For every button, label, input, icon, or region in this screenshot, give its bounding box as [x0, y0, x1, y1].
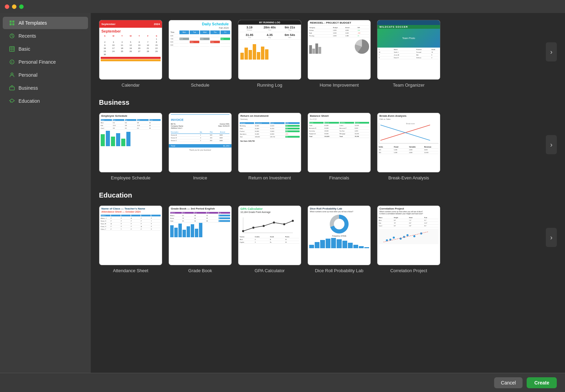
roi-thumbnail: Return on Investment Summary Category In… [238, 113, 301, 173]
grid-icon [9, 20, 15, 26]
svg-point-35 [403, 236, 405, 238]
sidebar-label-education: Education [18, 98, 40, 104]
employee-schedule-thumbnail: Employee Schedule Name Mon Tue Wed Hours [99, 113, 162, 173]
cancel-button[interactable]: Cancel [494, 377, 523, 388]
create-button[interactable]: Create [527, 377, 557, 388]
schedule-thumbnail: Daily Schedule Fall 2024 Time Mon Tue We… [168, 20, 232, 80]
svg-point-24 [263, 225, 265, 227]
sidebar-label-all-templates: All Templates [18, 20, 47, 26]
gpa-calculator-label: GPA Calculator [255, 268, 285, 273]
template-card-running-log[interactable]: MY RUNNING LOG 3.19Distance 28m 40sTime … [238, 20, 301, 88]
running-log-thumbnail: MY RUNNING LOG 3.19Distance 28m 40sTime … [238, 20, 301, 80]
education-section: Education Name of Class — Teacher's Name… [99, 191, 557, 273]
template-card-roi[interactable]: Return on Investment Summary Category In… [238, 113, 301, 180]
template-card-dice-probability[interactable]: Dice Roll Probability Lab Which numbers … [307, 205, 371, 273]
sidebar-item-all-templates[interactable]: All Templates [3, 17, 88, 29]
sidebar-item-personal[interactable]: Personal [3, 69, 88, 81]
template-card-break-even[interactable]: Break-Even Analysis Click vs. Sales Brea… [377, 113, 440, 180]
business-templates-wrapper: Employee Schedule Name Mon Tue Wed Hours [99, 113, 557, 180]
attendance-thumbnail: Name of Class — Teacher's Name Attendanc… [99, 205, 162, 265]
sidebar-label-personal: Personal [18, 72, 37, 78]
svg-point-30 [400, 238, 402, 240]
correlation-thumbnail: Correlation Project Which numbers come u… [377, 205, 440, 265]
education-section-title: Education [99, 191, 557, 199]
grade-book-label: Grade Book [188, 268, 212, 273]
maximize-button[interactable] [19, 4, 24, 9]
sidebar-label-business: Business [18, 85, 38, 91]
running-log-label: Running Log [257, 83, 282, 88]
svg-rect-7 [10, 47, 14, 51]
home-improvement-label: Home Improvement [319, 83, 359, 88]
svg-point-14 [11, 73, 13, 75]
break-even-label: Break-Even Analysis [388, 175, 429, 180]
template-card-schedule[interactable]: Daily Schedule Fall 2024 Time Mon Tue We… [168, 20, 232, 88]
personal-templates-row: September2024 September SMT WTF S 1 234 [99, 20, 557, 88]
template-card-correlation[interactable]: Correlation Project Which numbers come u… [377, 205, 440, 273]
break-even-thumbnail: Break-Even Analysis Click vs. Sales Brea… [377, 113, 440, 173]
graduation-icon [9, 98, 15, 104]
dice-probability-label: Dice Roll Probability Lab [315, 268, 364, 273]
sidebar-item-recents[interactable]: Recents [3, 30, 88, 42]
svg-point-25 [273, 222, 275, 224]
template-card-grade-book[interactable]: Grade Book — 3rd Period English Student … [168, 205, 232, 273]
correlation-label: Correlation Project [390, 268, 427, 273]
svg-text:$: $ [11, 61, 13, 64]
svg-rect-2 [10, 23, 12, 25]
svg-text:Break-even: Break-even [406, 123, 415, 125]
titlebar [0, 0, 565, 13]
business-section-title: Business [99, 99, 557, 106]
bottom-bar: Cancel Create [0, 373, 565, 392]
svg-point-22 [242, 230, 244, 232]
template-card-gpa-calculator[interactable]: GPA Calculator 10,184 Grade Point Averag… [238, 205, 301, 273]
education-scroll-right[interactable]: › [546, 228, 557, 247]
personal-templates-section: September2024 September SMT WTF S 1 234 [99, 20, 557, 88]
personal-scroll-right[interactable]: › [546, 42, 557, 61]
employee-schedule-label: Employee Schedule [111, 175, 151, 180]
template-card-invoice[interactable]: INVOICE Bill To:Company NameAddress Line… [168, 113, 232, 180]
template-card-team-organizer[interactable]: WILDCATS SOCCER Team Photo # Name Positi… [377, 20, 440, 88]
business-scroll-right[interactable]: › [546, 135, 557, 154]
clock-icon [9, 33, 15, 39]
invoice-label: Invoice [193, 175, 207, 180]
minimize-button[interactable] [12, 4, 16, 9]
sidebar-item-business[interactable]: Business [3, 82, 88, 94]
sidebar-item-basic[interactable]: Basic [3, 43, 88, 55]
template-card-calendar[interactable]: September2024 September SMT WTF S 1 234 [99, 20, 162, 88]
svg-point-32 [413, 235, 415, 237]
calendar-thumbnail: September2024 September SMT WTF S 1 234 [99, 20, 162, 80]
schedule-label: Schedule [191, 83, 209, 88]
svg-point-29 [393, 237, 395, 239]
gpa-calculator-thumbnail: GPA Calculator 10,184 Grade Point Averag… [238, 205, 301, 265]
sidebar-label-recents: Recents [18, 33, 36, 39]
sidebar-item-personal-finance[interactable]: $ Personal Finance [3, 56, 88, 68]
app-body: All Templates Recents [0, 13, 565, 373]
sidebar-label-basic: Basic [18, 46, 30, 52]
sidebar-item-education[interactable]: Education [3, 95, 88, 107]
content-area: September2024 September SMT WTF S 1 234 [91, 13, 565, 373]
svg-point-26 [283, 223, 285, 225]
person-icon [9, 72, 15, 78]
template-card-financials[interactable]: Balance Sheet As of Q4 Assets Amount Lia… [307, 113, 371, 180]
svg-rect-3 [12, 23, 14, 25]
close-button[interactable] [5, 4, 9, 9]
svg-point-27 [292, 220, 294, 222]
team-organizer-thumbnail: WILDCATS SOCCER Team Photo # Name Positi… [377, 20, 440, 80]
invoice-thumbnail: INVOICE Bill To:Company NameAddress Line… [168, 113, 232, 173]
svg-point-23 [252, 227, 254, 229]
business-section: Business Employee Schedule Name Mon [99, 99, 557, 180]
financials-thumbnail: Balance Sheet As of Q4 Assets Amount Lia… [307, 113, 371, 173]
calendar-label: Calendar [122, 83, 140, 88]
svg-rect-15 [10, 87, 14, 90]
svg-point-31 [406, 234, 409, 236]
template-card-home-improvement[interactable]: REMODEL - PROJECT BUDGET Category Budget… [307, 20, 371, 88]
education-templates-wrapper: Name of Class — Teacher's Name Attendanc… [99, 205, 557, 273]
template-card-employee-schedule[interactable]: Employee Schedule Name Mon Tue Wed Hours [99, 113, 162, 180]
business-templates-row: Employee Schedule Name Mon Tue Wed Hours [99, 113, 557, 180]
grade-book-thumbnail: Grade Book — 3rd Period English Student … [168, 205, 232, 265]
template-card-attendance[interactable]: Name of Class — Teacher's Name Attendanc… [99, 205, 162, 273]
table-icon [9, 46, 15, 52]
svg-rect-0 [10, 21, 12, 23]
sidebar-label-personal-finance: Personal Finance [18, 59, 56, 65]
home-improvement-thumbnail: REMODEL - PROJECT BUDGET Category Budget… [307, 20, 371, 80]
dice-probability-thumbnail: Dice Roll Probability Lab Which numbers … [307, 205, 371, 265]
